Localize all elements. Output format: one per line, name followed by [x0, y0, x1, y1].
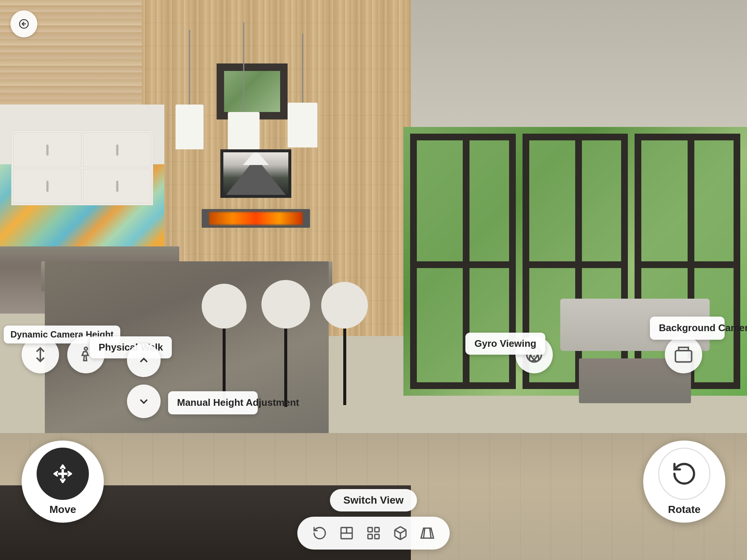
bar-stool-1 — [202, 284, 247, 403]
3d-scene — [0, 0, 747, 560]
rotate-control[interactable]: Rotate — [643, 441, 725, 523]
stool-leg-2 — [284, 329, 287, 407]
cabinet-door-2 — [83, 133, 151, 167]
cabinet-door-1 — [13, 133, 81, 167]
height-down-button[interactable] — [127, 385, 161, 418]
cabinet-door-4 — [83, 169, 151, 203]
pendant-shade-3 — [288, 103, 317, 147]
gyro-button[interactable] — [515, 336, 553, 373]
svg-rect-9 — [675, 351, 691, 362]
toolbar-grid-button[interactable] — [362, 521, 385, 545]
move-control[interactable]: Move — [22, 441, 104, 523]
upper-cabinets — [11, 131, 153, 205]
move-label: Move — [49, 504, 76, 516]
toolbar-floorplan-button[interactable] — [335, 521, 359, 545]
toolbar-refresh-button[interactable] — [308, 521, 332, 545]
bar-stool-3 — [321, 282, 368, 405]
svg-marker-19 — [421, 528, 433, 538]
physical-walk-button[interactable] — [67, 336, 105, 373]
move-icon — [37, 448, 89, 500]
bottom-toolbar — [297, 517, 450, 550]
toolbar-perspective-button[interactable] — [415, 521, 439, 545]
stool-seat-2 — [261, 280, 310, 329]
svg-rect-17 — [375, 534, 379, 539]
svg-rect-14 — [368, 528, 372, 532]
toolbar-box-button[interactable] — [388, 521, 412, 545]
height-up-button[interactable] — [127, 343, 161, 377]
background-camera-button[interactable] — [665, 336, 702, 373]
svg-rect-16 — [368, 534, 372, 539]
stool-seat-1 — [202, 284, 247, 329]
pendant-cord-2 — [243, 22, 244, 112]
cabinet-door-3 — [13, 169, 81, 203]
bar-stool-2 — [261, 280, 310, 407]
rotate-label: Rotate — [668, 504, 700, 516]
stool-seat-3 — [321, 282, 368, 329]
switch-view-button[interactable]: Switch View — [330, 489, 417, 511]
svg-rect-10 — [679, 348, 688, 351]
pendant-light-3 — [288, 34, 317, 147]
svg-point-3 — [84, 347, 87, 350]
pendant-cord-3 — [302, 34, 303, 103]
stool-leg-1 — [223, 329, 226, 403]
svg-rect-15 — [375, 528, 379, 532]
tv — [220, 149, 291, 198]
tv-snow — [243, 150, 269, 165]
rotate-icon — [658, 448, 710, 500]
pendant-cord-1 — [189, 30, 190, 105]
stool-leg-3 — [343, 329, 346, 405]
back-button[interactable] — [10, 10, 37, 37]
dynamic-camera-button[interactable] — [22, 336, 59, 373]
pendant-light-2 — [228, 22, 260, 168]
pendant-shade-1 — [176, 105, 204, 149]
fireplace-glow — [209, 212, 303, 225]
pendant-light-1 — [176, 30, 204, 149]
